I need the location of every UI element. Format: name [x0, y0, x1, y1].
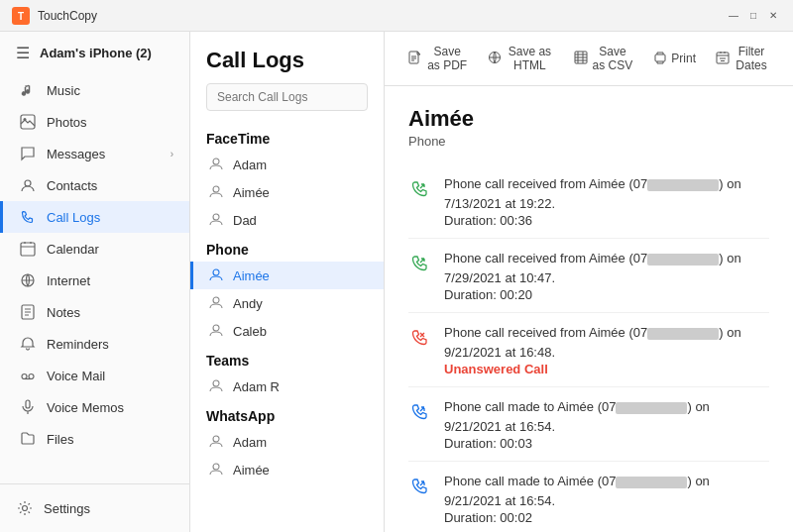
contact-name: Adam R [233, 379, 280, 394]
facetime-aimee[interactable]: Aimée [190, 178, 384, 206]
svg-rect-24 [655, 54, 665, 61]
voicemail-icon [19, 367, 37, 384]
teams-adam-r[interactable]: Adam R [190, 372, 384, 400]
middle-panel: Call Logs FaceTime Adam Aimée [190, 32, 385, 532]
call-logs-icon [19, 208, 37, 226]
internet-icon [19, 271, 37, 289]
contact-name: Adam [233, 435, 267, 450]
facetime-adam[interactable]: Adam [190, 151, 384, 178]
sidebar-item-files[interactable]: Files [0, 423, 189, 455]
sidebar-item-messages[interactable]: Messages › [0, 138, 189, 169]
call-duration: Duration: 00:02 [444, 510, 769, 525]
phone-andy[interactable]: Andy [190, 289, 384, 317]
detail-subtitle: Phone [408, 134, 769, 149]
sidebar-item-voice-memos[interactable]: Voice Memos [0, 391, 189, 423]
svg-point-15 [213, 269, 219, 275]
phone-aimee[interactable]: Aimée [190, 262, 384, 289]
sidebar-footer: Settings [0, 483, 189, 532]
print-button[interactable]: Print [645, 46, 704, 72]
notes-icon [19, 303, 37, 321]
maximize-button[interactable]: □ [745, 8, 761, 24]
contacts-label: Contacts [47, 178, 97, 193]
reminders-label: Reminders [47, 337, 109, 352]
sidebar-item-call-logs[interactable]: Call Logs [0, 201, 189, 233]
svg-point-19 [213, 436, 219, 442]
call-text: Phone call received from Aimée (07) on 7… [444, 174, 769, 213]
sidebar-item-voicemail[interactable]: Voice Mail [0, 360, 189, 391]
contact-icon [209, 462, 225, 478]
call-details: Phone call made to Aimée (07) on 9/21/20… [444, 472, 769, 525]
minimize-button[interactable]: — [726, 8, 741, 24]
call-text: Phone call made to Aimée (07) on 9/21/20… [444, 472, 769, 510]
call-received-icon [408, 176, 432, 200]
save-pdf-button[interactable]: Save as PDF [400, 40, 476, 77]
calendar-icon [19, 240, 37, 258]
sidebar-item-music[interactable]: Music [0, 74, 189, 106]
filter-dates-button[interactable]: Filter Dates [708, 40, 777, 77]
messages-label: Messages [47, 147, 105, 161]
main-toolbar: Save as PDF Save as HTML Save as CSV Pri… [385, 32, 793, 86]
teams-section-header: Teams [190, 345, 384, 372]
sidebar-header: ☰ Adam's iPhone (2) [0, 32, 189, 70]
save-html-button[interactable]: Save as HTML [480, 40, 561, 77]
contacts-icon [19, 176, 37, 194]
close-button[interactable]: ✕ [765, 8, 781, 24]
save-csv-button[interactable]: Save as CSV [566, 40, 642, 77]
call-details: Phone call received from Aimée (07) on 7… [444, 249, 769, 302]
facetime-dad[interactable]: Dad [190, 206, 384, 234]
sidebar-item-calendar[interactable]: Calendar [0, 233, 189, 265]
print-label: Print [671, 52, 696, 65]
call-entry: Phone call made to Aimée (07) on 9/21/20… [408, 387, 769, 462]
settings-item[interactable]: Settings [0, 492, 189, 524]
sidebar-item-photos[interactable]: Photos [0, 106, 189, 138]
voice-memos-icon [19, 398, 37, 416]
whatsapp-adam[interactable]: Adam [190, 428, 384, 456]
hamburger-icon[interactable]: ☰ [16, 44, 30, 62]
svg-point-13 [213, 186, 219, 192]
contact-name: Aimée [233, 463, 270, 478]
call-text: Phone call received from Aimée (07) on 7… [444, 249, 769, 287]
call-entry: Phone call received from Aimée (07) on 9… [408, 313, 769, 387]
call-entry: Phone call made to Aimée (07) on 9/21/20… [408, 462, 769, 532]
middle-header: Call Logs [190, 32, 384, 119]
sidebar-item-contacts[interactable]: Contacts [0, 169, 189, 201]
pdf-icon [408, 51, 422, 67]
svg-point-20 [213, 464, 219, 470]
search-input[interactable] [206, 83, 368, 111]
call-made-icon [408, 399, 432, 423]
whatsapp-aimee[interactable]: Aimée [190, 456, 384, 483]
svg-rect-5 [21, 243, 35, 256]
contact-name: Adam [233, 158, 267, 172]
app-body: ☰ Adam's iPhone (2) Music Photos [0, 32, 793, 532]
voicemail-label: Voice Mail [47, 369, 105, 383]
svg-point-18 [213, 380, 219, 386]
facetime-section-header: FaceTime [190, 123, 384, 151]
main-content: Save as PDF Save as HTML Save as CSV Pri… [385, 32, 793, 532]
svg-point-4 [25, 180, 31, 186]
call-text: Phone call made to Aimée (07) on 9/21/20… [444, 397, 769, 436]
sidebar-item-reminders[interactable]: Reminders [0, 328, 189, 360]
contact-icon [209, 212, 225, 228]
contact-icon [209, 434, 225, 450]
messages-icon [19, 145, 37, 162]
call-duration: Duration: 00:36 [444, 213, 769, 228]
files-icon [19, 430, 37, 448]
music-icon [19, 81, 37, 99]
phone-section-header: Phone [190, 234, 384, 262]
call-details: Phone call received from Aimée (07) on 7… [444, 174, 769, 228]
phone-caleb[interactable]: Caleb [190, 317, 384, 345]
contact-icon [209, 184, 225, 200]
filter-icon [716, 51, 730, 67]
app-title: TouchCopy [38, 9, 726, 23]
sidebar-item-internet[interactable]: Internet [0, 265, 189, 296]
sidebar-item-notes[interactable]: Notes [0, 296, 189, 328]
svg-point-14 [213, 214, 219, 220]
call-text: Phone call received from Aimée (07) on 9… [444, 323, 769, 362]
call-entry: Phone call received from Aimée (07) on 7… [408, 239, 769, 313]
call-duration: Duration: 00:20 [444, 287, 769, 302]
call-logs-label: Call Logs [47, 210, 100, 225]
contact-icon [209, 323, 225, 339]
svg-rect-10 [26, 400, 30, 408]
save-html-label: Save as HTML [506, 45, 553, 72]
html-icon [488, 51, 502, 67]
